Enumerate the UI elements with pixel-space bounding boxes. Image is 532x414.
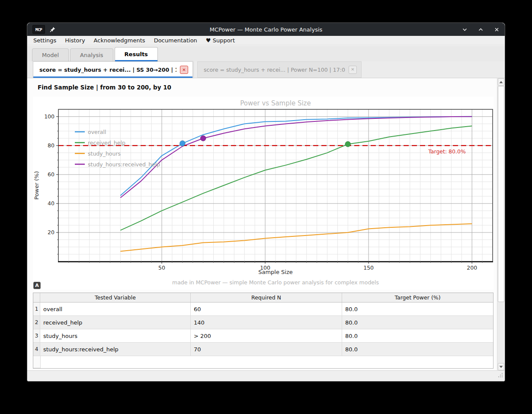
window-title: MCPower — Monte Carlo Power Analysis — [27, 26, 505, 33]
row-number-header[interactable] — [33, 293, 40, 302]
table-row[interactable]: 2received_help14080.0 — [33, 316, 493, 329]
svg-text:100: 100 — [44, 113, 54, 120]
tab-results[interactable]: Results — [115, 47, 158, 61]
menu-documentation[interactable]: Documentation — [150, 36, 202, 45]
subtab-label: score = study_hours + recei... | SS 30→2… — [39, 67, 176, 73]
svg-text:80: 80 — [48, 142, 54, 149]
cell-variable[interactable]: study_hours:received_help — [40, 343, 191, 356]
cell-variable[interactable]: overall — [40, 303, 191, 315]
main-tabbar: Model Analysis Results — [27, 46, 505, 61]
menu-history[interactable]: History — [61, 36, 89, 45]
table-row[interactable]: 3study_hours> 20080.0 — [33, 329, 493, 343]
menubar: Settings History Acknowledgments Documen… — [27, 36, 505, 45]
table-row[interactable]: 4study_hours:received_help7080.0 — [33, 343, 493, 356]
legend-label: study_hours — [88, 150, 121, 157]
svg-text:60: 60 — [48, 171, 54, 178]
pin-icon[interactable] — [50, 26, 56, 32]
cell-target-power[interactable]: 80.0 — [342, 329, 493, 342]
col-header-target-power[interactable]: Target Power (%) — [342, 293, 493, 302]
cell-variable[interactable]: study_hours — [40, 329, 191, 342]
subtab-power-run[interactable]: score = study_hours + recei... | Power N… — [197, 61, 362, 78]
cell-target-power[interactable]: 80.0 — [342, 303, 493, 315]
result-header: Find Sample Size | from 30 to 200, by 10 — [38, 84, 171, 91]
cell-required-n[interactable]: 140 — [191, 316, 342, 329]
vertical-scrollbar[interactable] — [497, 78, 504, 371]
empty-row-number-cell — [33, 356, 41, 368]
subtab-sample-size-run[interactable]: score = study_hours + recei... | SS 30→2… — [33, 61, 193, 78]
cell-variable[interactable]: received_help — [40, 316, 191, 329]
cell-num[interactable]: 1 — [33, 303, 40, 315]
table-header-row: Tested Variable Required N Target Power … — [33, 293, 493, 303]
chart-title: Power vs Sample Size — [240, 99, 311, 107]
col-header-tested-variable[interactable]: Tested Variable — [40, 293, 191, 302]
tab-analysis[interactable]: Analysis — [70, 48, 113, 61]
legend-label: study_hours:received_help — [88, 161, 160, 168]
x-axis-label: Sample Size — [258, 269, 293, 275]
statusbar — [27, 370, 505, 381]
legend-label: received_help — [88, 140, 125, 146]
menu-acknowledgments[interactable]: Acknowledgments — [90, 36, 150, 45]
svg-text:40: 40 — [48, 200, 54, 207]
scroll-up-icon[interactable] — [498, 78, 504, 86]
cell-num[interactable]: 2 — [33, 316, 40, 329]
y-axis-label: Power (%) — [33, 171, 40, 200]
cell-target-power[interactable]: 80.0 — [342, 343, 493, 356]
chart-caption: made in MCPower — simple Monte Carlo pow… — [172, 279, 379, 286]
target-label: Target: 80.0% — [428, 148, 466, 155]
subtab-close-icon[interactable]: ✕ — [349, 66, 357, 74]
close-icon[interactable] — [494, 27, 500, 32]
window-controls — [462, 27, 500, 32]
minimize-icon[interactable] — [462, 27, 468, 32]
legend-label: overall — [88, 129, 106, 135]
cell-target-power[interactable]: 80.0 — [342, 316, 493, 329]
cell-required-n[interactable]: > 200 — [191, 329, 342, 342]
subtab-label: score = study_hours + recei... | Power N… — [204, 67, 345, 73]
result-subtabbar: score = study_hours + recei... | SS 30→2… — [27, 61, 505, 78]
svg-text:50: 50 — [158, 264, 165, 271]
svg-text:20: 20 — [48, 229, 54, 236]
scrollbar-thumb[interactable] — [498, 86, 504, 302]
cell-num[interactable]: 4 — [33, 343, 40, 356]
maximize-icon[interactable] — [478, 27, 484, 32]
required-n-marker — [200, 136, 206, 141]
required-n-marker — [345, 141, 351, 147]
menu-settings[interactable]: Settings — [29, 36, 61, 45]
scroll-down-icon[interactable] — [498, 363, 504, 370]
table-body: 1overall6080.02received_help14080.03stud… — [33, 303, 493, 356]
power-vs-sample-size-chart: Target: 80.0%5010015020020406080100overa… — [33, 97, 494, 290]
table-row[interactable]: 1overall6080.0 — [33, 303, 493, 316]
app-icon: MCP — [32, 25, 45, 34]
tab-model[interactable]: Model — [32, 48, 69, 61]
resize-grip[interactable] — [497, 371, 503, 379]
cell-num[interactable]: 3 — [33, 329, 40, 342]
results-table: Tested Variable Required N Target Power … — [33, 293, 494, 369]
cell-required-n[interactable]: 70 — [191, 343, 342, 356]
required-n-marker — [179, 140, 185, 146]
titlebar[interactable]: MCP MCPower — Monte Carlo Power Analysis — [27, 23, 505, 36]
results-content: Find Sample Size | from 30 to 200, by 10… — [27, 78, 505, 371]
app-window: MCP MCPower — Monte Carlo Power Analysis… — [27, 22, 505, 382]
subtab-close-icon[interactable]: ✕ — [180, 66, 188, 74]
menu-support[interactable]: ♥ Support — [202, 36, 239, 45]
cell-required-n[interactable]: 60 — [191, 303, 342, 315]
svg-text:200: 200 — [467, 264, 477, 271]
col-header-required-n[interactable]: Required N — [191, 293, 342, 302]
font-size-button[interactable]: A — [33, 282, 41, 289]
svg-text:150: 150 — [363, 264, 374, 271]
